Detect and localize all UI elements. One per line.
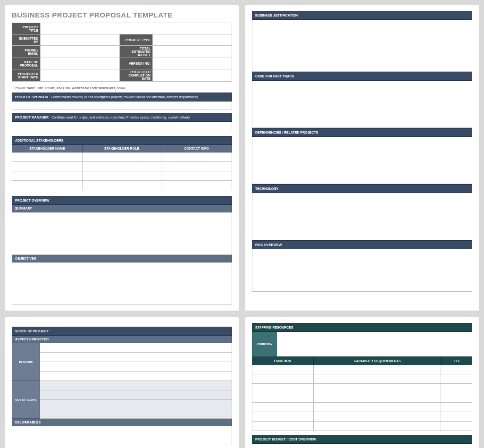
objectives-bar: OBJECTIVES (12, 255, 232, 262)
sponsor-label: PROJECT SPONSOR (15, 95, 48, 99)
table-row[interactable] (252, 412, 472, 422)
deliverables-value[interactable] (12, 426, 232, 445)
budget-bar: PROJECT BUDGET / COST OVERVIEW (252, 435, 472, 444)
scope-line[interactable] (40, 390, 232, 400)
manager-value[interactable] (12, 122, 232, 130)
val-proj-start[interactable] (41, 69, 120, 82)
objectives-value[interactable] (12, 262, 232, 305)
col-fte: FTE (442, 357, 472, 365)
table-row[interactable] (252, 365, 472, 374)
risk-value[interactable] (252, 249, 472, 292)
lbl-project-type: PROJECT TYPE (120, 34, 153, 46)
scope-line[interactable] (40, 400, 232, 409)
col-function: FUNCTION (252, 357, 314, 365)
scope-line[interactable] (40, 343, 232, 353)
col-stakeholder-name: STAKEHOLDER NAME (12, 145, 83, 152)
scope-bar: SCOPE OF PROJECT (12, 327, 232, 336)
summary-bar: SUMMARY (12, 205, 232, 212)
table-row[interactable] (252, 374, 472, 384)
stakeholders-head: STAKEHOLDER NAME STAKEHOLDER ROLE CONTAC… (12, 145, 232, 152)
table-row[interactable] (252, 403, 472, 412)
lbl-project-title: PROJECT TITLE (12, 23, 41, 34)
aspects-bar: ASPECTS IMPACTED (12, 336, 232, 343)
table-row[interactable] (12, 181, 232, 190)
stakeholders-bar: ADDITIONAL STAKEHOLDERS (12, 136, 232, 145)
col-stakeholder-role: STAKEHOLDER ROLE (83, 145, 161, 152)
lbl-proj-completion: PROJECTED COMPLETION DATE (120, 69, 153, 82)
manager-bar: PROJECT MANAGER Confirms need for projec… (12, 113, 232, 122)
lbl-date-proposal: DATE OF PROPOSAL (12, 58, 41, 69)
deliverables-bar: DELIVERABLES (12, 419, 232, 426)
page-1: BUSINESS PROJECT PROPOSAL TEMPLATE PROJE… (5, 5, 239, 311)
manager-label: PROJECT MANAGER (15, 116, 49, 119)
table-row[interactable] (12, 152, 232, 162)
staffing-overview-value[interactable] (277, 332, 472, 356)
lbl-submitted-by: SUBMITTED BY (12, 34, 41, 46)
risk-bar: RISK OVERVIEW (252, 240, 472, 249)
page-4: STAFFING RESOURCES OVERVIEW FUNCTION CAP… (245, 317, 479, 448)
val-date-proposal[interactable] (41, 58, 120, 69)
val-phone-email[interactable] (41, 46, 120, 58)
lbl-proj-start: PROJECTED START DATE (12, 69, 41, 82)
val-total-budget[interactable] (153, 46, 232, 58)
technology-bar: TECHNOLOGY (252, 184, 472, 193)
col-capability: CAPABILITY REQUIREMENTS (314, 357, 442, 365)
table-row[interactable] (252, 384, 472, 393)
overview-bar: PROJECT OVERVIEW (12, 196, 232, 205)
lbl-phone-email: PHONE / EMAIL (12, 46, 41, 58)
in-scope-label: IN SCOPE (12, 343, 40, 381)
info-table: PROJECT TITLE SUBMITTED BY PROJECT TYPE … (12, 23, 232, 82)
scope-line[interactable] (40, 372, 232, 381)
manager-desc: Confirms need for project and validates … (51, 116, 190, 119)
dependencies-value[interactable] (252, 137, 472, 184)
scope-line[interactable] (40, 362, 232, 372)
out-scope-row: OUT OF SCOPE (12, 381, 232, 419)
lbl-total-budget: TOTAL ESTIMATED BUDGET (120, 46, 153, 58)
stakeholder-hint: Provide Name, Title, Phone, and Email Ad… (15, 86, 232, 90)
page-3: SCOPE OF PROJECT ASPECTS IMPACTED IN SCO… (5, 317, 239, 448)
val-proj-completion[interactable] (153, 69, 232, 82)
scope-line[interactable] (40, 353, 232, 362)
sponsor-desc: Commissions delivery of and champions pr… (51, 95, 198, 99)
page-2: BUSINESS JUSTIFICATION CASE FOR FAST TRA… (245, 5, 479, 311)
sponsor-value[interactable] (12, 101, 232, 110)
dependencies-bar: DEPENDENCIES / RELATED PROJECTS (252, 128, 472, 137)
justification-bar: BUSINESS JUSTIFICATION (252, 11, 472, 20)
lbl-version-no: VERSION NO. (120, 58, 153, 69)
val-project-type[interactable] (153, 34, 232, 46)
table-row[interactable] (252, 393, 472, 403)
sponsor-bar: PROJECT SPONSOR Commissions delivery of … (12, 93, 232, 101)
fast-track-value[interactable] (252, 81, 472, 128)
table-row[interactable] (252, 422, 472, 431)
scope-line[interactable] (40, 409, 232, 419)
technology-value[interactable] (252, 193, 472, 240)
summary-value[interactable] (12, 212, 232, 255)
page-title: BUSINESS PROJECT PROPOSAL TEMPLATE (12, 11, 232, 19)
staffing-overview-row: OVERVIEW (252, 332, 472, 357)
fast-track-bar: CASE FOR FAST TRACK (252, 72, 472, 81)
val-submitted-by[interactable] (41, 34, 120, 46)
out-scope-label: OUT OF SCOPE (12, 381, 40, 419)
staffing-overview-label: OVERVIEW (252, 332, 277, 356)
staffing-head: FUNCTION CAPABILITY REQUIREMENTS FTE (252, 357, 472, 365)
scope-line[interactable] (40, 381, 232, 390)
in-scope-row: IN SCOPE (12, 343, 232, 381)
staffing-bar: STAFFING RESOURCES (252, 323, 472, 332)
col-contact-info: CONTACT INFO (161, 145, 232, 152)
table-row[interactable] (12, 162, 232, 171)
val-project-title[interactable] (41, 23, 232, 34)
table-row[interactable] (12, 171, 232, 181)
val-version-no[interactable] (153, 58, 232, 69)
justification-value[interactable] (252, 20, 472, 72)
